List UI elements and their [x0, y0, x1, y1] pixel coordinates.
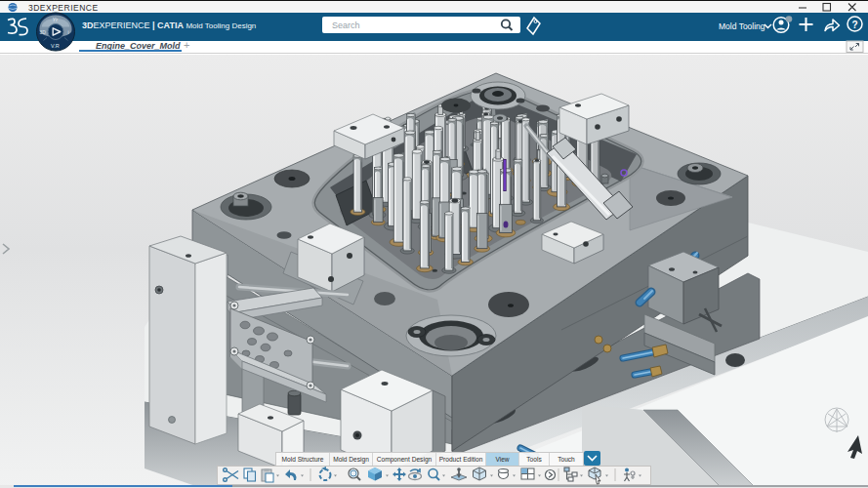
svg-text:i: i	[68, 29, 69, 35]
svg-text:?: ?	[851, 20, 857, 30]
svg-text:V.R: V.R	[51, 43, 60, 49]
svg-text:3D: 3D	[40, 29, 47, 35]
